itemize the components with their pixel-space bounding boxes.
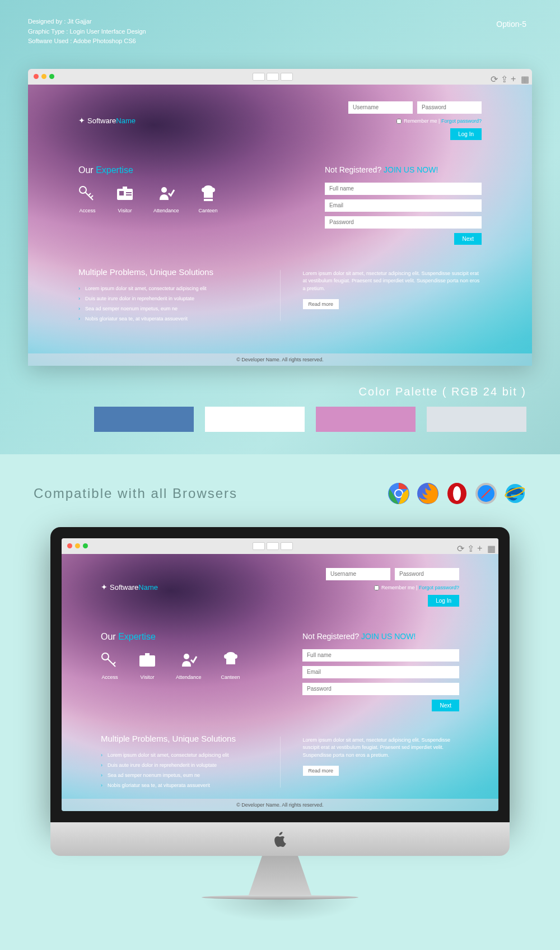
read-more-button[interactable]: Read more: [303, 299, 339, 309]
feature-access[interactable]: Access: [101, 652, 119, 680]
login-form: Remember me | Forgot password? Log In: [326, 568, 459, 607]
feature-label: Access: [78, 208, 96, 213]
presentation-top-panel: Designed by : Jit Gajjar Graphic Type : …: [0, 0, 560, 454]
list-item: Sea ad semper noenum impetus, eum ne: [78, 304, 258, 314]
swatch-grey: [427, 407, 526, 432]
feature-access[interactable]: Access: [78, 185, 96, 213]
logo-icon: ✦: [101, 583, 108, 592]
person-check-icon: [180, 652, 198, 668]
username-input[interactable]: [326, 568, 390, 580]
firefox-icon: [417, 482, 439, 505]
window-controls: [34, 74, 54, 79]
login-button[interactable]: Log In: [428, 595, 459, 607]
browser-mockup: ⟳ ⇪ + ▦ ✦ SoftwareName Remember m: [28, 69, 532, 366]
description-text: Lorem ipsum dolor sit amet, nsectetur ad…: [303, 270, 482, 293]
list-item: Duis aute irure dolor in reprehenderit i…: [101, 760, 258, 770]
meta-software: Software Used : Adobe Photoshop CS6: [28, 36, 532, 46]
fullname-input[interactable]: [325, 183, 482, 195]
design-meta: Designed by : Jit Gajjar Graphic Type : …: [28, 17, 532, 46]
vertical-divider: [280, 737, 281, 788]
description-block: Lorem ipsum dolor sit amet, nsectetur ad…: [303, 267, 482, 324]
email-input[interactable]: [325, 199, 482, 212]
register-password-input[interactable]: [325, 216, 482, 229]
feature-canteen[interactable]: Canteen: [221, 652, 240, 680]
problems-title: Multiple Problems, Unique Solutions: [78, 267, 258, 277]
tabs-icon[interactable]: ▦: [521, 74, 526, 80]
share-icon[interactable]: ⇪: [467, 543, 473, 549]
reload-icon[interactable]: ⟳: [491, 74, 496, 80]
palette-title: Color Palette ( RGB 24 bit ): [34, 385, 526, 398]
site-header: ✦ SoftwareName Remember me | Forgot pass…: [78, 101, 482, 140]
toolbar-button[interactable]: [281, 73, 293, 81]
next-button[interactable]: Next: [454, 233, 482, 245]
toolbar-center: [253, 73, 293, 81]
presentation-lower-panel: Compatible with all Browsers ⟳⇪+▦ ✦Softw…: [0, 454, 560, 950]
password-input[interactable]: [395, 568, 459, 580]
expertise-title: Our Expertise: [78, 165, 218, 175]
chrome-icon: [388, 482, 410, 505]
logo-text-suffix: Name: [116, 117, 136, 125]
forgot-password-link[interactable]: Forgot password?: [441, 118, 482, 124]
logo-text-prefix: Software: [87, 117, 116, 125]
toolbar-button[interactable]: [267, 73, 279, 81]
key-icon: [78, 185, 96, 201]
remember-label: Remember me: [404, 118, 437, 124]
imac-chin: [50, 822, 510, 856]
add-icon[interactable]: +: [477, 543, 483, 549]
remember-checkbox[interactable]: [374, 585, 379, 590]
close-icon[interactable]: [34, 74, 39, 79]
next-button[interactable]: Next: [432, 700, 459, 711]
username-input[interactable]: [348, 101, 413, 114]
minimize-icon[interactable]: [41, 74, 46, 79]
maximize-icon[interactable]: [83, 543, 88, 548]
feature-attendance[interactable]: Attendance: [176, 652, 202, 680]
site-logo[interactable]: ✦SoftwareName: [101, 568, 158, 607]
email-input[interactable]: [302, 666, 459, 678]
feature-label: Visitor: [116, 208, 134, 213]
swatch-white: [205, 407, 305, 432]
feature-attendance[interactable]: Attendance: [153, 185, 179, 213]
opera-icon: [446, 482, 468, 505]
browser-toolbar: ⟳ ⇪ + ▦: [28, 69, 532, 85]
close-icon[interactable]: [67, 543, 72, 548]
svg-rect-3: [126, 192, 132, 193]
list-item: Nobis gloriatur sea te, at vituperata as…: [78, 314, 258, 324]
logo-icon: ✦: [78, 116, 85, 125]
read-more-button[interactable]: Read more: [303, 766, 339, 776]
remember-checkbox[interactable]: [396, 119, 402, 124]
toolbar-button[interactable]: [267, 542, 279, 550]
share-icon[interactable]: ⇪: [501, 74, 506, 80]
expertise-block: Our Expertise Access Visitor Attendance …: [101, 632, 240, 711]
reload-icon[interactable]: ⟳: [457, 543, 463, 549]
minimize-icon[interactable]: [75, 543, 80, 548]
list-item: Lorem ipsum dolor sit amet, consectetur …: [101, 750, 258, 760]
add-icon[interactable]: +: [511, 74, 516, 80]
register-password-input[interactable]: [302, 683, 459, 695]
password-input[interactable]: [417, 101, 482, 114]
forgot-password-link[interactable]: Forgot password?: [419, 585, 459, 590]
feature-visitor[interactable]: Visitor: [116, 185, 134, 213]
maximize-icon[interactable]: [49, 74, 54, 79]
svg-point-6: [161, 187, 167, 193]
fullname-input[interactable]: [302, 649, 459, 662]
list-item: Duis aute irure dolor in reprehenderit i…: [78, 294, 258, 304]
chef-hat-icon: [199, 185, 217, 201]
toolbar-button[interactable]: [253, 73, 265, 81]
feature-canteen[interactable]: Canteen: [199, 185, 218, 213]
toolbar-button[interactable]: [281, 542, 293, 550]
site-logo[interactable]: ✦ SoftwareName: [78, 101, 136, 140]
website-body: ✦ SoftwareName Remember me | Forgot pass…: [28, 85, 532, 353]
feature-visitor[interactable]: Visitor: [138, 652, 156, 680]
toolbar-button[interactable]: [253, 542, 265, 550]
id-card-icon: [116, 185, 134, 201]
meta-designer: Designed by : Jit Gajjar: [28, 17, 532, 27]
tabs-icon[interactable]: ▦: [487, 543, 493, 549]
list-item: Sea ad semper noenum impetus, eum ne: [101, 770, 258, 780]
browser-icon-row: [388, 482, 526, 505]
shadow-reflection: [202, 900, 358, 922]
compatibility-row: Compatible with all Browsers: [34, 482, 526, 505]
option-label: Option-5: [496, 20, 526, 29]
bottom-section: Multiple Problems, Unique Solutions Lore…: [78, 267, 482, 332]
login-button[interactable]: Log In: [450, 128, 482, 140]
imac-mockup: ⟳⇪+▦ ✦SoftwareName Remember me | Forgot …: [50, 527, 510, 822]
